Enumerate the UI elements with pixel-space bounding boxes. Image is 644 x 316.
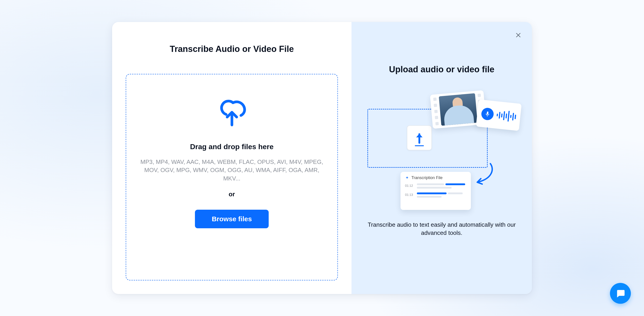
waveform-icon [496,109,517,122]
cloud-upload-icon [216,96,248,129]
sparkle-icon [405,176,409,180]
chat-icon [616,288,626,298]
transcription-card-title: Transcription File [412,175,442,180]
dropzone[interactable]: Drag and drop files here MP3, MP4, WAV, … [126,74,338,281]
or-separator: or [229,191,235,198]
browse-files-button[interactable]: Browse files [195,210,269,228]
illustration-upload-card [407,125,432,150]
right-panel: Upload audio or video file [352,22,532,294]
timecode-1: 01:12 [405,183,414,187]
close-button[interactable] [514,31,523,40]
illustration-transcription-card: Transcription File 01:12 01:13 [400,172,471,210]
chat-widget-button[interactable] [610,283,631,304]
illustration: Transcription File 01:12 01:13 [362,90,522,212]
right-panel-title: Upload audio or video file [362,65,522,74]
illustration-audio-card [476,99,522,131]
video-thumbnail-icon [439,93,478,126]
left-panel-title: Transcribe Audio or Video File [126,44,338,54]
flow-arrow-icon [474,162,495,187]
supported-formats: MP3, MP4, WAV, AAC, M4A, WEBM, FLAC, OPU… [139,158,325,183]
right-panel-subtitle: Transcribe audio to text easily and auto… [367,221,517,237]
upload-arrow-icon [414,132,424,144]
upload-modal: Transcribe Audio or Video File Drag and … [112,22,532,294]
close-icon [515,32,522,38]
microphone-icon [481,107,494,121]
left-panel: Transcribe Audio or Video File Drag and … [112,22,352,294]
dropzone-title: Drag and drop files here [190,143,274,151]
timecode-2: 01:13 [405,192,414,197]
